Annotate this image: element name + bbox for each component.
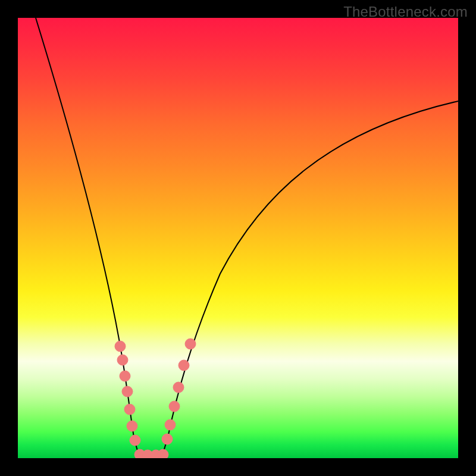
data-dot xyxy=(169,401,180,412)
data-dot xyxy=(178,360,189,371)
data-dot xyxy=(173,382,184,393)
curve-right-arm xyxy=(162,101,458,455)
data-dot xyxy=(117,355,128,365)
data-dot xyxy=(120,371,130,381)
data-dot xyxy=(130,435,140,446)
data-dot xyxy=(124,404,135,415)
plot-frame xyxy=(18,18,458,458)
data-dot xyxy=(162,434,173,444)
data-dot xyxy=(127,421,137,431)
data-dot xyxy=(158,449,168,458)
data-dot xyxy=(185,339,196,349)
curve-layer xyxy=(18,18,458,458)
dots-group xyxy=(115,339,196,458)
data-dot xyxy=(122,386,133,397)
data-dot xyxy=(165,419,176,430)
data-dot xyxy=(115,341,126,352)
